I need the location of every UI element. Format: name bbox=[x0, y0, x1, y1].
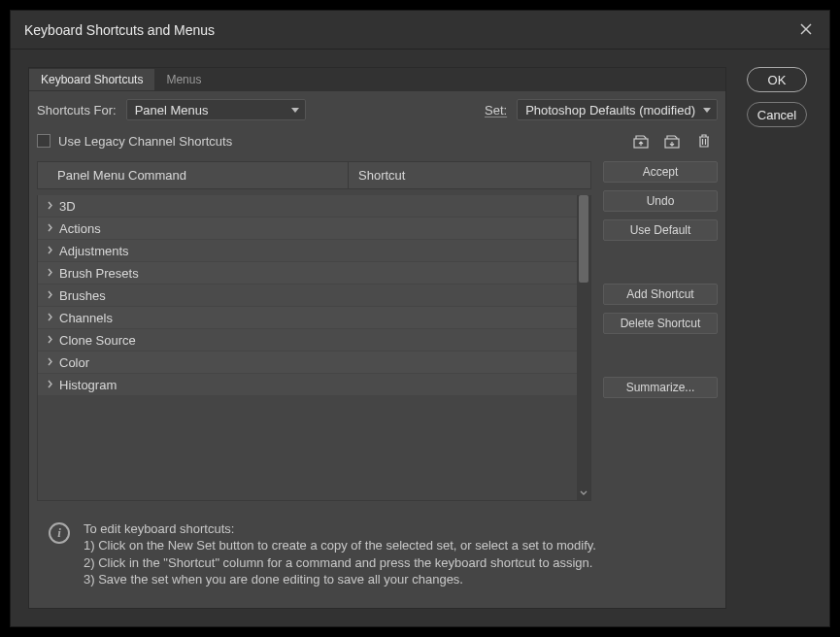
close-icon bbox=[800, 23, 812, 35]
table-header: Panel Menu Command Shortcut bbox=[37, 161, 591, 189]
shortcuts-for-select[interactable]: Panel Menus bbox=[126, 99, 306, 120]
help-line-1: 1) Click on the New Set button to create… bbox=[84, 537, 596, 554]
set-icon-row bbox=[632, 132, 718, 150]
scrollbar-thumb[interactable] bbox=[579, 195, 588, 283]
dialog-body: Keyboard Shortcuts Menus Shortcuts For: … bbox=[11, 50, 829, 626]
table-row[interactable]: Channels bbox=[38, 307, 577, 329]
shortcuts-for-label: Shortcuts For: bbox=[37, 103, 117, 117]
set-value: Photoshop Defaults (modified) bbox=[525, 103, 695, 117]
legacy-checkbox[interactable] bbox=[37, 134, 50, 148]
dialog-title: Keyboard Shortcuts and Menus bbox=[24, 22, 215, 38]
table-body-wrap: 3DActionsAdjustmentsBrush PresetsBrushes… bbox=[37, 195, 591, 501]
tabs-row: Keyboard Shortcuts Menus bbox=[29, 68, 725, 91]
column-shortcut: Shortcut bbox=[348, 162, 590, 188]
chevron-right-icon bbox=[44, 200, 55, 212]
tab-keyboard-shortcuts[interactable]: Keyboard Shortcuts bbox=[29, 69, 154, 90]
chevron-down-icon bbox=[580, 490, 588, 496]
ok-button[interactable]: OK bbox=[747, 67, 807, 92]
row-label: 3D bbox=[55, 199, 76, 214]
legacy-row: Use Legacy Channel Shortcuts bbox=[29, 120, 725, 153]
info-icon: i bbox=[49, 522, 70, 544]
main-panel-column: Keyboard Shortcuts Menus Shortcuts For: … bbox=[28, 67, 726, 609]
save-set-icon bbox=[664, 133, 682, 149]
use-default-button[interactable]: Use Default bbox=[603, 219, 718, 241]
scrollbar-down[interactable] bbox=[577, 486, 590, 500]
table-row[interactable]: Color bbox=[38, 352, 577, 374]
table-row[interactable]: Histogram bbox=[38, 374, 577, 396]
save-set-button[interactable] bbox=[663, 132, 683, 150]
summarize-button[interactable]: Summarize... bbox=[603, 377, 718, 398]
help-line-3: 3) Save the set when you are done editin… bbox=[84, 571, 596, 588]
chevron-right-icon bbox=[44, 379, 55, 390]
table-row[interactable]: Clone Source bbox=[38, 329, 577, 352]
shortcuts-for-value: Panel Menus bbox=[135, 103, 209, 117]
chevron-right-icon bbox=[44, 245, 55, 256]
dialog-button-column: OK Cancel bbox=[742, 67, 812, 609]
table-and-buttons: Panel Menu Command Shortcut 3DActionsAdj… bbox=[29, 153, 725, 509]
row-label: Channels bbox=[55, 311, 113, 325]
help-area: i To edit keyboard shortcuts: 1) Click o… bbox=[29, 509, 725, 608]
content-panel: Keyboard Shortcuts Menus Shortcuts For: … bbox=[28, 67, 726, 609]
table-row[interactable]: Actions bbox=[38, 218, 577, 240]
row-label: Histogram bbox=[55, 378, 117, 392]
trash-icon bbox=[697, 133, 711, 149]
chevron-right-icon bbox=[44, 289, 55, 301]
cancel-button[interactable]: Cancel bbox=[747, 102, 807, 127]
titlebar: Keyboard Shortcuts and Menus bbox=[11, 11, 829, 50]
row-label: Actions bbox=[55, 221, 101, 236]
table-row[interactable]: Brushes bbox=[38, 285, 577, 307]
row-label: Brush Presets bbox=[55, 266, 139, 281]
help-text: To edit keyboard shortcuts: 1) Click on … bbox=[84, 520, 596, 588]
table-row[interactable]: 3D bbox=[38, 195, 577, 218]
row-label: Adjustments bbox=[55, 244, 129, 258]
chevron-right-icon bbox=[44, 222, 55, 234]
table-scrollbar[interactable] bbox=[577, 195, 590, 500]
close-button[interactable] bbox=[796, 21, 816, 38]
table-row[interactable]: Brush Presets bbox=[38, 262, 577, 285]
new-set-icon bbox=[633, 133, 651, 149]
chevron-right-icon bbox=[44, 334, 55, 346]
set-label: Set: bbox=[485, 103, 507, 117]
chevron-right-icon bbox=[44, 267, 55, 279]
new-set-button[interactable] bbox=[632, 132, 652, 150]
undo-button[interactable]: Undo bbox=[603, 190, 718, 212]
tab-menus[interactable]: Menus bbox=[154, 69, 213, 90]
dialog-window: Keyboard Shortcuts and Menus Keyboard Sh… bbox=[10, 10, 830, 627]
shortcuts-for-row: Shortcuts For: Panel Menus Set: Photosho… bbox=[29, 91, 725, 120]
row-label: Brushes bbox=[55, 288, 106, 303]
chevron-right-icon bbox=[44, 312, 55, 323]
chevron-right-icon bbox=[44, 356, 55, 368]
delete-set-button[interactable] bbox=[694, 132, 714, 150]
legacy-label: Use Legacy Channel Shortcuts bbox=[58, 134, 232, 149]
row-label: Color bbox=[55, 355, 89, 370]
table-row[interactable]: Adjustments bbox=[38, 240, 577, 262]
table-body[interactable]: 3DActionsAdjustmentsBrush PresetsBrushes… bbox=[38, 195, 577, 500]
accept-button[interactable]: Accept bbox=[603, 161, 718, 183]
delete-shortcut-button[interactable]: Delete Shortcut bbox=[603, 313, 718, 334]
column-command: Panel Menu Command bbox=[38, 162, 348, 188]
row-label: Clone Source bbox=[55, 333, 136, 348]
shortcuts-table: Panel Menu Command Shortcut 3DActionsAdj… bbox=[37, 161, 591, 501]
help-heading: To edit keyboard shortcuts: bbox=[84, 520, 596, 538]
set-select[interactable]: Photoshop Defaults (modified) bbox=[517, 99, 718, 120]
add-shortcut-button[interactable]: Add Shortcut bbox=[603, 284, 718, 305]
action-button-column: Accept Undo Use Default Add Shortcut Del… bbox=[603, 161, 718, 501]
help-line-2: 2) Click in the "Shortcut" column for a … bbox=[84, 554, 596, 572]
